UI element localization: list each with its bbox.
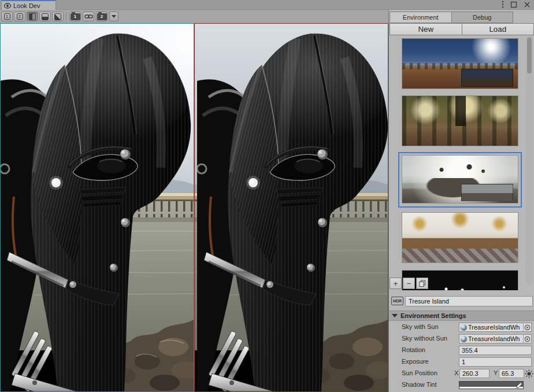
camera-1-icon: 1	[71, 13, 80, 20]
hdri-selection-frame	[398, 152, 522, 208]
environment-name-field[interactable]: Tresure Island	[405, 296, 533, 306]
sky-without-sun-value: TreasureIslandWh	[468, 335, 522, 342]
camera-1-button[interactable]: 1	[69, 12, 81, 21]
sky-with-sun-object-field[interactable]: TreasureIslandWh	[459, 323, 532, 332]
maximize-icon[interactable]	[510, 1, 517, 8]
exposure-field[interactable]: 1	[459, 357, 532, 367]
object-picker-button[interactable]	[523, 335, 531, 343]
sun-position-picker-button[interactable]	[525, 369, 533, 378]
shadow-tint-color-swatch[interactable]	[459, 381, 524, 389]
hdri-inset-preview	[461, 69, 513, 87]
hdri-thumbnail-desert[interactable]	[402, 38, 518, 89]
lookdev-viewport	[0, 23, 388, 392]
rotation-row: Rotation 355.4	[389, 345, 534, 356]
chevron-down-icon	[112, 15, 116, 18]
camera-options-dropdown[interactable]	[109, 12, 118, 21]
sun-y-axis-label: Y	[494, 369, 498, 376]
alpha-bar	[459, 387, 523, 389]
duplicate-icon	[419, 280, 426, 287]
object-picker-icon	[524, 324, 531, 331]
hdri-thumbnail-treasure-island[interactable]	[402, 155, 518, 204]
sky-without-sun-row: Sky without Sun TreasureIslandWh	[389, 334, 534, 344]
plus-icon: +	[394, 279, 398, 288]
sky-without-sun-label: Sky without Sun	[402, 335, 447, 342]
toolbar-separator	[66, 12, 66, 21]
environment-settings-header[interactable]: Environment Settings	[389, 310, 534, 321]
load-button-label: Load	[489, 25, 506, 34]
add-environment-button[interactable]: +	[390, 278, 402, 289]
sun-icon	[525, 369, 533, 378]
panel-tabs: Environment Debug	[390, 12, 513, 23]
load-environment-button[interactable]: Load	[462, 23, 534, 35]
settings-header-label: Environment Settings	[400, 312, 466, 319]
hdri-list-actions: + −	[390, 278, 428, 289]
lookdev-tab[interactable]: Look Dev	[1, 0, 56, 10]
tab-debug-label: Debug	[473, 14, 491, 21]
remove-environment-button[interactable]: −	[403, 278, 415, 289]
sky-with-sun-label: Sky with Sun	[402, 323, 439, 330]
camera-2-button[interactable]: 2	[96, 12, 107, 21]
environment-name: Tresure Island	[409, 298, 449, 305]
render-view-2[interactable]	[194, 23, 388, 392]
cubemap-icon	[461, 324, 467, 331]
sun-y-field[interactable]: 65.3	[499, 369, 524, 378]
object-picker-icon	[524, 336, 531, 342]
split-diagonal-button[interactable]	[52, 12, 64, 21]
view1-icon: 1	[4, 13, 10, 20]
tab-title: Look Dev	[13, 2, 40, 9]
object-picker-button[interactable]	[523, 323, 531, 331]
sun-x-axis-label: X	[454, 369, 458, 376]
link-icon	[84, 13, 93, 20]
render-view-1[interactable]	[0, 23, 194, 392]
tab-environment[interactable]: Environment	[390, 12, 452, 23]
sun-x-value: 260.3	[462, 370, 479, 377]
rotation-field[interactable]: 355.4	[459, 346, 532, 355]
split-side-by-side-button[interactable]	[27, 12, 38, 21]
environment-panel: Environment Debug New Load + −	[388, 10, 534, 392]
kebab-menu-icon[interactable]	[502, 1, 504, 8]
split-top-bottom-button[interactable]	[39, 12, 51, 21]
lookdev-window: Look Dev 1 2 1 2	[0, 0, 534, 392]
sun-y-value: 65.3	[502, 370, 514, 377]
hdri-inset-preview	[461, 184, 513, 201]
exposure-label: Exposure	[402, 358, 428, 365]
sky-with-sun-value: TreasureIslandWh	[468, 324, 522, 331]
hdri-thumbnail-church[interactable]	[402, 212, 518, 263]
split-diagonal-icon	[54, 13, 61, 20]
sun-x-field[interactable]: 260.3	[459, 369, 490, 378]
hdri-thumbnail-forest[interactable]	[402, 95, 518, 146]
link-cameras-button[interactable]	[83, 12, 94, 21]
eyedropper-icon	[516, 382, 522, 389]
shadow-tint-row: Shadow Tint	[389, 380, 534, 390]
duplicate-environment-button[interactable]	[416, 278, 428, 289]
cubemap-icon	[461, 336, 467, 342]
tab-environment-label: Environment	[403, 14, 439, 21]
rotation-label: Rotation	[402, 346, 425, 353]
new-environment-button[interactable]: New	[390, 23, 462, 35]
new-button-label: New	[418, 25, 433, 34]
lookdev-eye-icon	[4, 2, 11, 9]
minus-icon: −	[407, 279, 411, 288]
sky-without-sun-object-field[interactable]: TreasureIslandWh	[459, 334, 532, 343]
sky-with-sun-row: Sky with Sun TreasureIslandWh	[389, 322, 534, 332]
shadow-tint-label: Shadow Tint	[402, 381, 437, 388]
single-view-1-button[interactable]: 1	[1, 12, 13, 21]
tab-debug[interactable]: Debug	[452, 12, 514, 23]
sun-position-row: Sun Position X 260.3 Y 65.3	[389, 368, 534, 379]
view2-icon: 2	[17, 13, 23, 20]
split-vertical-icon	[29, 13, 36, 20]
exposure-value: 1	[462, 358, 465, 365]
exposure-row: Exposure 1	[389, 357, 534, 367]
lookdev-toolbar: 1 2 1 2	[0, 10, 388, 23]
split-horizontal-icon	[42, 13, 49, 20]
camera-2-icon: 2	[97, 13, 107, 20]
close-icon[interactable]	[524, 1, 531, 8]
rotation-value: 355.4	[462, 347, 478, 354]
sun-position-label: Sun Position	[402, 369, 437, 376]
panel-scrollbar[interactable]	[526, 36, 533, 284]
title-bar: Look Dev	[0, 0, 534, 10]
foldout-triangle-icon	[392, 314, 398, 317]
hdr-badge-icon: HDR	[391, 297, 403, 305]
scrollbar-thumb[interactable]	[527, 38, 532, 73]
single-view-2-button[interactable]: 2	[14, 12, 25, 21]
